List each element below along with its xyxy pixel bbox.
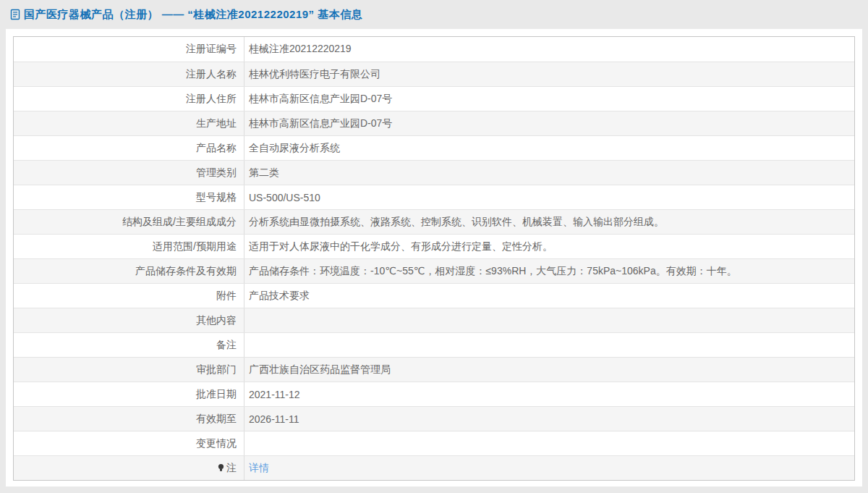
detail-link[interactable]: 详情 <box>249 462 269 475</box>
table-row: 注册人名称 桂林优利特医疗电子有限公司 <box>14 62 854 86</box>
row-value: 桂林市高新区信息产业园D-07号 <box>249 117 392 130</box>
table-row: 审批部门 广西壮族自治区药品监督管理局 <box>14 357 854 382</box>
info-table: 注册证编号 桂械注准20212220219 注册人名称 桂林优利特医疗电子有限公… <box>13 36 855 481</box>
row-label: 型号规格 <box>196 191 237 204</box>
row-label: 生产地址 <box>196 117 237 130</box>
row-label: 注册人住所 <box>186 93 237 106</box>
row-value-cell: 2026-11-11 <box>244 407 854 431</box>
table-row: 有效期至 2026-11-11 <box>14 406 854 431</box>
row-label: 产品储存条件及有效期 <box>135 265 237 278</box>
row-value-cell: 桂林市高新区信息产业园D-07号 <box>244 111 854 135</box>
row-label-cell: 产品名称 <box>14 136 244 160</box>
row-label: 管理类别 <box>196 167 237 180</box>
table-row: 注册证编号 桂械注准20212220219 <box>14 37 854 62</box>
table-row: 管理类别 第二类 <box>14 160 854 185</box>
row-label-cell: 其他内容 <box>14 308 244 332</box>
row-value: 产品技术要求 <box>249 290 310 303</box>
row-label-cell: 适用范围/预期用途 <box>14 235 244 258</box>
table-row: 生产地址 桂林市高新区信息产业园D-07号 <box>14 111 854 135</box>
row-label-cell: 注册证编号 <box>14 37 244 62</box>
row-value: 产品储存条件：环境温度：-10℃~55℃，相对湿度：≤93%RH，大气压力：75… <box>249 265 737 278</box>
row-label: 变更情况 <box>196 437 237 450</box>
row-label-cell: 生产地址 <box>14 111 244 135</box>
row-label-cell: 备注 <box>14 333 244 357</box>
table-row: 附件 产品技术要求 <box>14 283 854 308</box>
row-value-cell <box>244 308 854 332</box>
row-value: 适用于对人体尿液中的干化学成分、有形成分进行定量、定性分析。 <box>249 240 553 253</box>
bulb-icon <box>217 463 225 473</box>
table-row: 注册人住所 桂林市高新区信息产业园D-07号 <box>14 86 854 111</box>
row-label-cell: 注册人名称 <box>14 62 244 86</box>
row-label-cell: 变更情况 <box>14 431 244 455</box>
content-panel: 注册证编号 桂械注准20212220219 注册人名称 桂林优利特医疗电子有限公… <box>6 29 862 486</box>
row-value: 第二类 <box>249 167 279 180</box>
row-label: 注册证编号 <box>186 43 237 56</box>
row-label-cell: 管理类别 <box>14 161 244 185</box>
row-value-cell: 桂械注准20212220219 <box>244 37 854 62</box>
row-value: 桂林市高新区信息产业园D-07号 <box>249 93 392 106</box>
row-label: 其他内容 <box>196 314 237 327</box>
row-value: 桂林优利特医疗电子有限公司 <box>249 68 380 81</box>
table-row: 备注 <box>14 332 854 357</box>
row-value-cell: 产品技术要求 <box>244 284 854 308</box>
row-value: 2026-11-11 <box>249 413 299 425</box>
row-value-cell <box>244 333 854 357</box>
table-row: 产品储存条件及有效期 产品储存条件：环境温度：-10℃~55℃，相对湿度：≤93… <box>14 258 854 283</box>
table-row: 变更情况 <box>14 431 854 455</box>
table-row: 适用范围/预期用途 适用于对人体尿液中的干化学成分、有形成分进行定量、定性分析。 <box>14 234 854 258</box>
row-value-cell: US-500/US-510 <box>244 185 854 209</box>
row-value-cell: 适用于对人体尿液中的干化学成分、有形成分进行定量、定性分析。 <box>244 235 854 258</box>
row-label-cell: 有效期至 <box>14 407 244 431</box>
row-label: 批准日期 <box>196 388 237 401</box>
row-value-cell: 广西壮族自治区药品监督管理局 <box>244 358 854 382</box>
row-label: 审批部门 <box>196 363 237 376</box>
row-value: 2021-11-12 <box>249 389 300 400</box>
row-value-cell: 2021-11-12 <box>244 382 854 406</box>
row-value: US-500/US-510 <box>249 192 320 203</box>
table-row: 其他内容 <box>14 308 854 332</box>
row-label-cell: 结构及组成/主要组成成分 <box>14 210 244 234</box>
table-row: 结构及组成/主要组成成分 分析系统由显微拍摄系统、液路系统、控制系统、识别软件、… <box>14 209 854 234</box>
row-label-cell: 型号规格 <box>14 185 244 209</box>
row-value-cell: 桂林优利特医疗电子有限公司 <box>244 62 854 86</box>
row-label-cell: 审批部门 <box>14 358 244 382</box>
row-label-cell: 附件 <box>14 284 244 308</box>
row-label: 注册人名称 <box>186 68 237 81</box>
row-label-cell: 批准日期 <box>14 382 244 406</box>
table-row: 批准日期 2021-11-12 <box>14 382 854 406</box>
document-icon <box>10 9 20 20</box>
row-value-cell: 第二类 <box>244 161 854 185</box>
row-value: 全自动尿液分析系统 <box>249 142 340 155</box>
page-header: 国产医疗器械产品（注册） —— “桂械注准20212220219” 基本信息 <box>0 0 868 29</box>
row-value-cell: 产品储存条件：环境温度：-10℃~55℃，相对湿度：≤93%RH，大气压力：75… <box>244 259 854 283</box>
row-label: 结构及组成/主要组成成分 <box>122 216 237 229</box>
row-value-cell: 分析系统由显微拍摄系统、液路系统、控制系统、识别软件、机械装置、输入输出部分组成… <box>244 210 854 234</box>
row-label-cell: 注册人住所 <box>14 87 244 111</box>
row-label-cell: 注 <box>14 456 244 480</box>
row-value: 桂械注准20212220219 <box>249 43 352 56</box>
row-label: 附件 <box>216 290 237 303</box>
table-row: 型号规格 US-500/US-510 <box>14 185 854 209</box>
table-row: 产品名称 全自动尿液分析系统 <box>14 135 854 160</box>
table-row: 注 详情 <box>14 455 854 480</box>
row-value-cell: 桂林市高新区信息产业园D-07号 <box>244 87 854 111</box>
row-label: 注 <box>226 462 237 475</box>
row-value-cell <box>244 431 854 455</box>
row-label: 备注 <box>216 339 237 352</box>
page-title: 国产医疗器械产品（注册） —— “桂械注准20212220219” 基本信息 <box>24 8 362 22</box>
row-label: 有效期至 <box>196 413 237 426</box>
row-label: 适用范围/预期用途 <box>153 240 237 253</box>
row-value: 分析系统由显微拍摄系统、液路系统、控制系统、识别软件、机械装置、输入输出部分组成… <box>249 216 664 229</box>
row-value-cell: 全自动尿液分析系统 <box>244 136 854 160</box>
row-label-cell: 产品储存条件及有效期 <box>14 259 244 283</box>
row-value-cell: 详情 <box>244 456 854 480</box>
row-value: 广西壮族自治区药品监督管理局 <box>249 363 391 376</box>
row-label: 产品名称 <box>196 142 237 155</box>
